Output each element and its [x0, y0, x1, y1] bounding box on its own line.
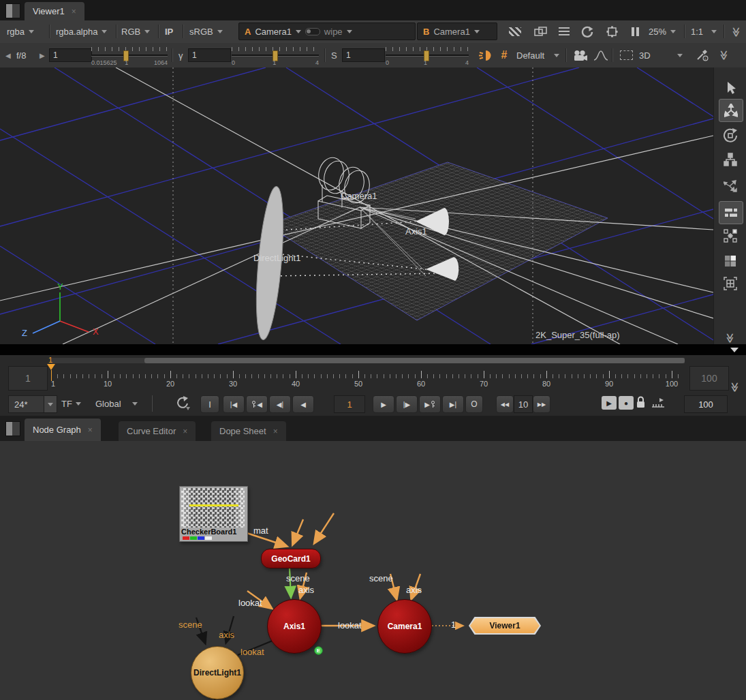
loop-icon[interactable] [174, 396, 191, 414]
wipe-dropdown[interactable]: wipe [324, 27, 343, 37]
refresh-icon[interactable] [578, 20, 597, 43]
translate-icon[interactable] [719, 99, 743, 122]
gizmo-y-label: Y [57, 281, 63, 292]
tab-node-graph[interactable]: Node Graph× [25, 419, 101, 441]
pause-icon[interactable] [627, 20, 643, 43]
zoom-level-dropdown[interactable]: 25% [649, 20, 676, 43]
tab-dope-sheet[interactable]: Dope Sheet× [211, 421, 286, 441]
link-label-axis-camera: axis [406, 585, 422, 595]
frame-all-icon[interactable] [719, 273, 742, 294]
to-end-button[interactable]: ▶| [442, 395, 464, 413]
range-scope-dropdown[interactable]: Global [95, 395, 138, 412]
playhead[interactable] [47, 364, 55, 370]
close-icon[interactable]: × [72, 7, 76, 16]
expand-info-icon[interactable] [730, 348, 739, 352]
prev-fstop-icon[interactable]: ◀ [5, 43, 11, 67]
pane-split-icon[interactable] [5, 421, 20, 436]
saturation-input[interactable]: 1 [342, 48, 385, 62]
scale-icon[interactable] [719, 149, 742, 170]
step-forward-button[interactable]: ▶▶ [533, 395, 550, 413]
next-fstop-icon[interactable]: ▶ [40, 43, 45, 67]
timeline-left-frame-box[interactable]: 1 [8, 366, 48, 391]
mark-in-button[interactable]: I [200, 395, 219, 413]
timeline-scroll-bar[interactable] [144, 358, 685, 363]
bars-icon[interactable] [719, 201, 743, 224]
camera-icon[interactable] [571, 43, 590, 67]
close-icon[interactable]: × [183, 427, 187, 436]
wipe-toggle[interactable] [305, 28, 320, 35]
timeline-ruler[interactable]: 1 10 20 30 40 50 60 70 80 90 100 [51, 366, 681, 391]
prev-key-button[interactable]: ◀ [246, 395, 268, 413]
diagonal-stripes-icon[interactable] [506, 20, 525, 43]
flipbook-icon[interactable] [651, 398, 665, 410]
gain-input[interactable]: 1 [49, 48, 92, 62]
curve-icon[interactable] [591, 43, 610, 67]
node-connections [0, 441, 746, 700]
viewer-lut-dropdown[interactable]: sRGB [189, 20, 223, 43]
overlap-windows-icon[interactable] [531, 20, 550, 43]
input-a-dropdown[interactable]: Camera1 [255, 27, 291, 37]
collapse-chevrons-icon[interactable]: ≫ [717, 43, 732, 67]
chevron-down-icon[interactable] [296, 30, 301, 33]
play-forward-button[interactable]: ▶ [373, 395, 394, 413]
play-backward-button[interactable]: ◀ [292, 395, 314, 413]
collapse-chevrons-icon[interactable]: ≫ [729, 20, 744, 43]
prev-frame-button[interactable]: ◀| [269, 395, 291, 413]
close-icon[interactable]: × [88, 425, 93, 435]
node-viewer[interactable]: Viewer1 [469, 617, 541, 635]
input-process-toggle[interactable]: IP [165, 20, 173, 43]
link-label-axis-axis: axis [298, 585, 314, 595]
node-camera[interactable]: Camera1 [377, 599, 432, 654]
next-frame-button[interactable]: |▶ [396, 395, 418, 413]
rotate-icon[interactable] [719, 125, 742, 147]
node-directlight[interactable]: DirectLight1 [191, 646, 244, 699]
view-dimension-dropdown[interactable]: 3D [639, 43, 683, 67]
node-graph-canvas[interactable]: CheckerBoard1 GeoCard1 Axis1 E Camera1 V… [0, 441, 746, 700]
chevron-down-icon[interactable] [347, 30, 352, 33]
fps-dropdown[interactable]: 24* [8, 395, 57, 413]
gamma-slider[interactable]: 0 1 4 [232, 44, 319, 67]
tab-viewer1[interactable]: Viewer1 × [25, 2, 84, 20]
to-start-button[interactable]: |◀ [223, 395, 245, 413]
lock-icon[interactable] [636, 396, 646, 412]
node-checkerboard[interactable]: CheckerBoard1 [179, 486, 248, 542]
node-axis[interactable]: Axis1 [267, 599, 322, 654]
close-icon[interactable]: × [273, 427, 278, 436]
directlight-disc[interactable] [251, 185, 288, 341]
timeline-end-frame-box[interactable]: 100 [689, 366, 729, 391]
gate-icon[interactable] [602, 20, 621, 43]
spread-icon[interactable] [719, 175, 742, 197]
current-frame-field[interactable]: 1 [334, 395, 365, 413]
tf-dropdown[interactable]: TF [61, 395, 81, 412]
color-sampler-icon[interactable]: i [694, 43, 711, 67]
viewport-3d[interactable]: Y X Z Camera1 Axis1 DirectLight1 2K_Supe… [0, 67, 713, 344]
checker-panes-icon[interactable] [719, 250, 742, 272]
step-back-button[interactable]: ◀◀ [496, 395, 514, 413]
render-icon[interactable]: ▶ [602, 396, 617, 410]
menu-lines-icon[interactable] [555, 20, 573, 43]
grid-hash-icon[interactable]: # [498, 43, 510, 67]
playback-end-field[interactable]: 100 [684, 395, 728, 413]
tab-curve-editor[interactable]: Curve Editor× [119, 421, 196, 441]
grid-layout-icon[interactable] [719, 225, 742, 247]
pane-split-icon[interactable] [5, 3, 20, 18]
select-cursor-icon[interactable] [719, 77, 742, 99]
gain-slider[interactable]: 0.015625 1 1064 [91, 44, 168, 67]
saturation-slider[interactable]: 0 1 4 [386, 44, 469, 67]
frame-increment-field[interactable]: 10 [514, 395, 533, 413]
input-b-group: B Camera1 [417, 22, 497, 40]
o-button[interactable]: O [465, 395, 483, 413]
record-icon[interactable]: ● [619, 396, 634, 410]
channels-dropdown[interactable]: rgba [7, 20, 34, 43]
marquee-icon[interactable] [617, 43, 635, 67]
gamma-input[interactable]: 1 [188, 48, 231, 62]
view-preset-dropdown[interactable]: Default [516, 43, 559, 67]
proxy-dropdown[interactable]: 1:1 [691, 20, 717, 43]
chevron-down-icon[interactable] [474, 30, 480, 33]
display-channels-dropdown[interactable]: RGB [121, 20, 150, 43]
input-b-dropdown[interactable]: Camera1 [433, 27, 469, 37]
next-key-button[interactable]: ▶ [419, 395, 441, 413]
layer-dropdown[interactable]: rgba.alpha [56, 20, 107, 43]
node-geocard[interactable]: GeoCard1 [261, 549, 321, 568]
lighting-icon[interactable] [477, 43, 495, 67]
